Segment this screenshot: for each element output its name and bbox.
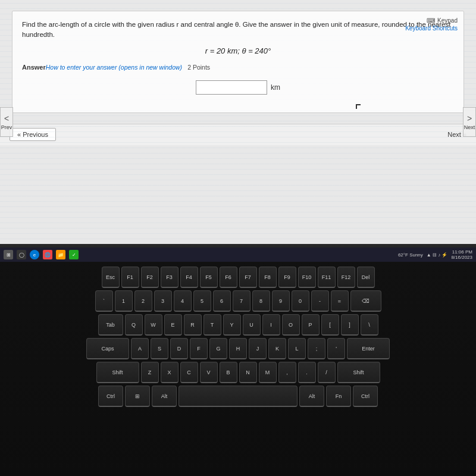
key-3[interactable]: 3 <box>154 290 172 312</box>
key-9[interactable]: 9 <box>272 290 290 312</box>
key-k[interactable]: K <box>268 338 286 359</box>
key-backspace[interactable]: ⌫ <box>350 290 381 312</box>
key-f5[interactable]: F5 <box>200 267 218 288</box>
key-quote[interactable]: ' <box>327 338 345 359</box>
key-enter[interactable]: Enter <box>347 338 390 359</box>
key-minus[interactable]: - <box>311 290 329 312</box>
key-backtick[interactable]: ` <box>95 290 113 312</box>
key-q[interactable]: Q <box>125 314 143 336</box>
key-5[interactable]: 5 <box>193 290 211 312</box>
key-h[interactable]: H <box>229 338 247 359</box>
key-rctrl[interactable]: Ctrl <box>353 386 378 407</box>
key-f6[interactable]: F6 <box>220 267 237 288</box>
answer-input[interactable] <box>196 80 267 95</box>
search-icon[interactable]: ◯ <box>17 250 26 259</box>
key-w[interactable]: W <box>145 314 162 336</box>
prev-nav-button[interactable]: < Prev <box>0 107 13 137</box>
question-text: Find the arc-length of a circle with the… <box>22 20 454 40</box>
keyboard-row-zxcv: Shift Z X C V B N M , . / Shift <box>6 362 470 383</box>
answer-help-link[interactable]: How to enter your answer (opens in new w… <box>46 64 182 71</box>
key-o[interactable]: O <box>282 314 300 336</box>
key-r[interactable]: R <box>184 314 202 336</box>
bottom-toolbar: « Previous Next » <box>0 124 476 145</box>
key-f3[interactable]: F3 <box>161 267 178 288</box>
browser-icon[interactable]: 🌐 <box>43 250 52 259</box>
question-card: ⌨ Keypad Keyboard Shortcuts Find the arc… <box>12 11 464 113</box>
key-lalt[interactable]: Alt <box>152 386 177 407</box>
key-b[interactable]: B <box>220 362 237 383</box>
start-icon[interactable]: ⊞ <box>4 250 13 259</box>
key-0[interactable]: 0 <box>292 290 309 312</box>
key-f7[interactable]: F7 <box>239 267 257 288</box>
answer-label-row: AnswerHow to enter your answer (opens in… <box>22 64 454 71</box>
key-f9[interactable]: F9 <box>278 267 296 288</box>
key-y[interactable]: Y <box>223 314 241 336</box>
key-e[interactable]: E <box>164 314 182 336</box>
previous-button[interactable]: « Previous <box>10 128 56 141</box>
key-l[interactable]: L <box>288 338 306 359</box>
key-v[interactable]: V <box>200 362 218 383</box>
key-ralt[interactable]: Alt <box>299 386 324 407</box>
key-slash[interactable]: / <box>318 362 336 383</box>
key-lshift[interactable]: Shift <box>96 362 139 383</box>
key-fn[interactable]: Fn <box>326 386 351 407</box>
next-arrow-icon: > <box>467 114 472 123</box>
key-win[interactable]: ⊞ <box>125 386 150 407</box>
folder-icon[interactable]: 📁 <box>56 250 65 259</box>
key-8[interactable]: 8 <box>252 290 270 312</box>
key-esc[interactable]: Esc <box>102 267 120 288</box>
key-i[interactable]: I <box>262 314 280 336</box>
key-semicolon[interactable]: ; <box>308 338 325 359</box>
key-f8[interactable]: F8 <box>259 267 277 288</box>
key-j[interactable]: J <box>249 338 267 359</box>
key-1[interactable]: 1 <box>115 290 133 312</box>
key-c[interactable]: C <box>180 362 198 383</box>
key-f12[interactable]: F12 <box>337 267 355 288</box>
key-d[interactable]: D <box>170 338 188 359</box>
key-f1[interactable]: F1 <box>121 267 139 288</box>
prev-arrow-icon: < <box>4 114 9 123</box>
screen: < Prev > Next ⌨ Keypad Keyboard Shortcut… <box>0 0 476 244</box>
key-tab[interactable]: Tab <box>98 314 123 336</box>
key-lctrl[interactable]: Ctrl <box>98 386 123 407</box>
edge-icon[interactable]: e <box>30 250 39 259</box>
key-m[interactable]: M <box>259 362 277 383</box>
prev-nav-label: Prev <box>1 124 12 130</box>
key-f10[interactable]: F10 <box>298 267 316 288</box>
key-6[interactable]: 6 <box>213 290 231 312</box>
key-del[interactable]: Del <box>357 267 375 288</box>
key-rbracket[interactable]: ] <box>341 314 359 336</box>
key-caps[interactable]: Caps <box>86 338 129 359</box>
keyboard-shortcuts-link[interactable]: Keyboard Shortcuts <box>405 25 458 32</box>
key-n[interactable]: N <box>239 362 257 383</box>
key-lbracket[interactable]: [ <box>321 314 339 336</box>
key-comma[interactable]: , <box>278 362 296 383</box>
key-backslash[interactable]: \ <box>361 314 378 336</box>
key-s[interactable]: S <box>151 338 168 359</box>
keypad-button[interactable]: ⌨ Keypad <box>427 17 458 24</box>
key-f2[interactable]: F2 <box>141 267 159 288</box>
key-2[interactable]: 2 <box>134 290 152 312</box>
key-f[interactable]: F <box>190 338 208 359</box>
key-7[interactable]: 7 <box>233 290 250 312</box>
key-p[interactable]: P <box>302 314 320 336</box>
key-g[interactable]: G <box>209 338 227 359</box>
app-icon[interactable]: ✓ <box>69 250 79 259</box>
key-f11[interactable]: F11 <box>318 267 336 288</box>
key-x[interactable]: X <box>161 362 178 383</box>
key-rshift[interactable]: Shift <box>337 362 380 383</box>
answer-bold-label: Answer <box>22 64 46 71</box>
key-equals[interactable]: = <box>331 290 349 312</box>
points-label: 2 Points <box>187 64 210 71</box>
key-a[interactable]: A <box>131 338 149 359</box>
key-u[interactable]: U <box>243 314 261 336</box>
key-f4[interactable]: F4 <box>180 267 198 288</box>
key-period[interactable]: . <box>298 362 316 383</box>
next-nav-label: Next <box>464 124 475 130</box>
next-nav-button[interactable]: > Next <box>463 107 476 137</box>
keypad-area: ⌨ Keypad Keyboard Shortcuts <box>405 17 458 32</box>
key-4[interactable]: 4 <box>174 290 192 312</box>
key-space[interactable] <box>178 386 298 407</box>
key-t[interactable]: T <box>203 314 221 336</box>
key-z[interactable]: Z <box>141 362 159 383</box>
